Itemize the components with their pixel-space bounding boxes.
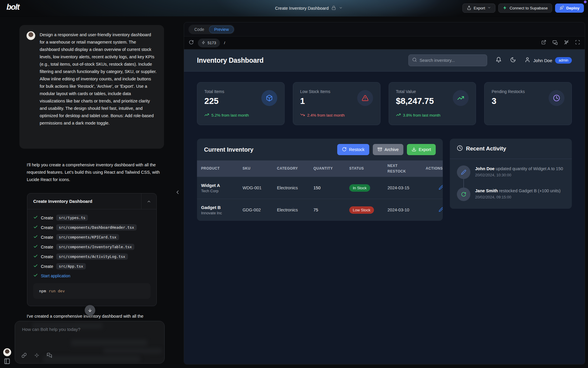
dashboard-title: Inventory Dashboard bbox=[197, 57, 263, 64]
port-pill[interactable]: 5173 bbox=[198, 39, 220, 47]
file-chip[interactable]: src/App.tsx bbox=[56, 263, 86, 269]
activity-actor: John Doe bbox=[475, 166, 495, 171]
command-args: run dev bbox=[49, 289, 65, 293]
file-chip[interactable]: src/components/ActivityLog.tsx bbox=[56, 253, 128, 260]
user-menu[interactable]: John Doe admin bbox=[524, 57, 572, 64]
chat-input-box[interactable] bbox=[15, 321, 165, 364]
tab-code[interactable]: Code bbox=[189, 26, 209, 33]
assistant-outro-text: I've created a comprehensive inventory d… bbox=[27, 314, 164, 319]
scroll-to-bottom-button[interactable] bbox=[85, 305, 95, 316]
column-header: ACTIONS bbox=[426, 166, 443, 171]
category-cell: Electronics bbox=[277, 208, 313, 212]
chevron-down-icon bbox=[339, 6, 343, 11]
code-preview-segment: Code Preview bbox=[188, 25, 235, 34]
bell-icon[interactable] bbox=[496, 57, 502, 64]
file-chip[interactable]: src/types.ts bbox=[56, 215, 88, 221]
quantity-cell[interactable]: 75 bbox=[313, 208, 349, 212]
column-header: STATUS bbox=[349, 166, 387, 171]
lock-icon bbox=[332, 6, 336, 11]
chat-input-toolbar bbox=[21, 353, 52, 359]
open-external-icon[interactable] bbox=[541, 40, 546, 46]
column-header: PRODUCT bbox=[201, 166, 243, 171]
sparkles-icon[interactable] bbox=[34, 353, 39, 359]
restock-date-cell: 2024-03-10 bbox=[387, 208, 426, 212]
url-path[interactable]: / bbox=[224, 41, 225, 45]
file-chip[interactable]: src/components/InventoryTable.tsx bbox=[56, 244, 134, 250]
sidebar-toggle-icon[interactable] bbox=[4, 358, 10, 366]
clock-icon bbox=[457, 145, 463, 152]
start-application-step: Start application bbox=[33, 273, 151, 279]
supabase-bolt-icon bbox=[503, 6, 507, 11]
artifact-card: Create Inventory Dashboard Create src/ty… bbox=[27, 193, 157, 306]
activity-item-body: John Doe updated quantity of Widget A to… bbox=[475, 165, 563, 179]
link-icon[interactable] bbox=[21, 353, 27, 359]
port-zap-icon bbox=[202, 40, 206, 46]
chat-prompt-input[interactable] bbox=[22, 325, 151, 333]
start-application-link[interactable]: Start application bbox=[41, 273, 70, 278]
assistant-intro-text: I'll help you create a comprehensive inv… bbox=[27, 161, 166, 183]
export-button[interactable]: Export bbox=[462, 4, 495, 13]
chat-bubbles-icon[interactable] bbox=[47, 353, 52, 359]
kpi-card-total-items: Total Items 225 5.2% from last month bbox=[197, 82, 285, 125]
activity-header: Recent Activity bbox=[450, 139, 572, 159]
activity-title: Recent Activity bbox=[466, 145, 506, 152]
collapse-artifact-button[interactable] bbox=[141, 193, 156, 209]
quantity-cell[interactable]: 150 bbox=[313, 185, 349, 190]
column-header: SKU bbox=[243, 166, 277, 171]
activity-text: restocked Gadget B (+100 units) bbox=[498, 188, 560, 193]
package-icon bbox=[261, 90, 277, 106]
restock-button[interactable]: Restock bbox=[337, 144, 369, 155]
bolt-app: bolt Create Inventory Dashboard Export bbox=[0, 0, 588, 368]
file-chip[interactable]: src/components/DashboardHeader.tsx bbox=[56, 224, 137, 231]
edit-pencil-icon[interactable] bbox=[439, 207, 443, 213]
user-icon bbox=[524, 57, 530, 64]
preview-toolbar-icons bbox=[541, 40, 580, 46]
artifact-step: Create src/components/ActivityLog.tsx bbox=[33, 253, 151, 260]
check-icon bbox=[33, 225, 38, 231]
refresh-icon bbox=[457, 188, 470, 201]
deploy-button[interactable]: Deploy bbox=[555, 4, 584, 13]
step-action: Create bbox=[41, 225, 53, 230]
check-icon bbox=[33, 215, 38, 221]
inspector-off-icon[interactable] bbox=[564, 40, 569, 46]
refresh-icon[interactable] bbox=[189, 40, 194, 46]
column-header: NEXT RESTOCK bbox=[387, 163, 410, 174]
account-avatar[interactable] bbox=[3, 348, 11, 356]
actions-cell bbox=[426, 185, 443, 191]
alert-triangle-icon bbox=[357, 90, 373, 106]
kpi-card-total-value: Total Value $8,247.75 3.8% from last mon… bbox=[389, 82, 476, 125]
tab-preview[interactable]: Preview bbox=[209, 26, 234, 33]
check-icon bbox=[33, 244, 38, 250]
status-badge: Low Stock bbox=[349, 206, 374, 214]
collapse-chat-button[interactable] bbox=[175, 189, 181, 196]
kpi-card-low-stock: Low Stock Items 1 2.4% from last month bbox=[293, 82, 380, 125]
inventory-title: Current Inventory bbox=[204, 146, 253, 153]
fullscreen-icon[interactable] bbox=[575, 40, 580, 46]
file-chip[interactable]: src/components/KPICard.tsx bbox=[56, 234, 119, 240]
refresh-icon bbox=[342, 147, 347, 152]
bulk-actions: Restock Archive Export bbox=[337, 144, 436, 155]
archive-button[interactable]: Archive bbox=[373, 144, 403, 155]
product-cell: Widget A Tech Corp bbox=[201, 183, 243, 193]
responsive-devices-icon[interactable] bbox=[552, 40, 558, 46]
export-csv-button[interactable]: Export bbox=[407, 144, 436, 155]
activity-item: John Doe updated quantity of Widget A to… bbox=[457, 165, 565, 179]
inventory-search-input[interactable] bbox=[420, 58, 483, 63]
artifact-step: Create src/components/DashboardHeader.ts… bbox=[33, 224, 151, 231]
inventory-search[interactable] bbox=[408, 54, 487, 66]
activity-timeline: John Doe updated quantity of Widget A to… bbox=[450, 159, 572, 209]
artifact-header[interactable]: Create Inventory Dashboard bbox=[27, 193, 156, 209]
trending-up-icon bbox=[453, 90, 469, 106]
connect-supabase-button[interactable]: Connect to Supabase bbox=[498, 4, 552, 13]
check-icon bbox=[33, 254, 38, 260]
activity-item: Jane Smith restocked Gadget B (+100 unit… bbox=[457, 188, 565, 201]
artifact-steps: Create src/types.ts Create src/component… bbox=[27, 209, 156, 304]
edit-pencil-icon[interactable] bbox=[439, 185, 443, 191]
dashboard-content: Total Items 225 5.2% from last month Low… bbox=[184, 72, 585, 231]
dark-mode-toggle-icon[interactable] bbox=[510, 57, 516, 64]
sku-cell: WDG-001 bbox=[243, 185, 277, 190]
activity-item-body: Jane Smith restocked Gadget B (+100 unit… bbox=[475, 188, 561, 201]
status-badge: In Stock bbox=[349, 184, 370, 192]
connect-supabase-label: Connect to Supabase bbox=[510, 6, 548, 10]
project-title-menu[interactable]: Create Inventory Dashboard bbox=[275, 0, 343, 16]
